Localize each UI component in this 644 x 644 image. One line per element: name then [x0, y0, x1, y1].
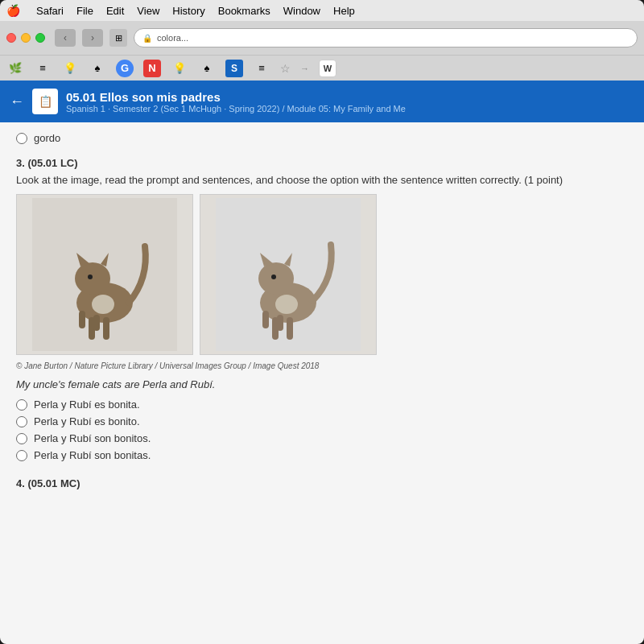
radio-4[interactable] — [16, 450, 27, 461]
assignment-icon-glyph: 📋 — [39, 95, 52, 108]
bookmark-w[interactable]: W — [319, 60, 336, 77]
tab-icon[interactable]: ⊞ — [109, 29, 127, 47]
question3-section: 3. (05.01 LC) Look at the image, read th… — [16, 157, 628, 461]
menu-edit[interactable]: Edit — [106, 5, 124, 17]
assignment-title-block: 05.01 Ellos son mis padres Spanish 1 · S… — [66, 90, 406, 114]
bookmark-s[interactable]: S — [225, 60, 243, 77]
svg-rect-17 — [287, 317, 293, 340]
fullscreen-button[interactable] — [35, 33, 45, 43]
menu-bookmarks[interactable]: Bookmarks — [218, 5, 270, 17]
menubar: 🍎 Safari File Edit View History Bookmark… — [0, 0, 644, 21]
close-button[interactable] — [6, 33, 16, 43]
gordo-label: gordo — [34, 132, 60, 144]
address-text: colora... — [157, 33, 188, 43]
question3-label: 3. (05.01 LC) — [16, 157, 628, 169]
svg-point-2 — [75, 262, 110, 295]
question3-instruction: Look at the image, read the prompt and s… — [16, 174, 628, 186]
option-2-label: Perla y Rubí es bonito. — [34, 415, 140, 427]
option-1: Perla y Rubí es bonita. — [16, 398, 628, 411]
bookmark-star[interactable]: ☆ — [280, 62, 291, 75]
option-3: Perla y Rubí son bonitos. — [16, 432, 628, 444]
bookmark-spade[interactable]: ♠ — [89, 60, 106, 77]
traffic-lights — [6, 33, 45, 43]
menu-safari[interactable]: Safari — [36, 5, 64, 17]
bookmark-arrow[interactable]: → — [300, 64, 309, 73]
option-3-label: Perla y Rubí son bonitos. — [34, 432, 151, 444]
menu-file[interactable]: File — [76, 5, 93, 17]
radio-1[interactable] — [16, 399, 27, 411]
cat-svg-right — [216, 198, 361, 351]
option-4-label: Perla y Rubí son bonitas. — [34, 449, 151, 461]
svg-rect-8 — [93, 315, 100, 331]
minimize-button[interactable] — [21, 33, 31, 43]
svg-point-20 — [271, 275, 276, 279]
option-1-label: Perla y Rubí es bonita. — [34, 398, 140, 411]
svg-point-13 — [258, 262, 294, 295]
assignment-icon: 📋 — [32, 89, 58, 114]
browser-toolbar: ‹ › ⊞ 🔒 colora... — [0, 21, 644, 55]
bookmark-leaf[interactable]: 🌿 — [6, 60, 24, 77]
forward-nav-button[interactable]: › — [82, 29, 103, 47]
prompt-text: My uncle's female cats are Perla and Rub… — [16, 378, 628, 390]
apple-icon[interactable]: 🍎 — [6, 4, 20, 17]
assignment-title: 05.01 Ellos son mis padres — [66, 90, 406, 104]
lock-icon: 🔒 — [142, 34, 152, 43]
svg-rect-6 — [103, 317, 109, 340]
bookmark-menu1[interactable]: ≡ — [34, 60, 52, 77]
cat-image-right — [200, 194, 377, 355]
bookmark-google[interactable]: G — [116, 60, 134, 77]
menu-view[interactable]: View — [137, 5, 159, 17]
assignment-subtitle: Spanish 1 · Semester 2 (Sec 1 McHugh · S… — [66, 104, 406, 114]
address-bar[interactable]: 🔒 colora... — [134, 28, 638, 47]
cat-svg-left — [32, 198, 177, 351]
svg-point-10 — [92, 295, 114, 314]
option-2: Perla y Rubí es bonito. — [16, 415, 628, 427]
bookmark-netflix[interactable]: N — [143, 60, 161, 77]
svg-rect-19 — [277, 315, 283, 331]
svg-rect-7 — [79, 311, 85, 328]
svg-point-9 — [88, 275, 93, 279]
menu-history[interactable]: History — [172, 5, 204, 17]
content-area: gordo 3. (05.01 LC) Look at the image, r… — [0, 122, 644, 644]
bookmark-bulb2[interactable]: 💡 — [171, 60, 188, 77]
gordo-answer-option: gordo — [16, 132, 628, 144]
svg-point-21 — [275, 295, 298, 314]
assignment-header: ← 📋 05.01 Ellos son mis padres Spanish 1… — [0, 80, 644, 122]
back-nav-button[interactable]: ‹ — [55, 29, 76, 47]
assignment-back-button[interactable]: ← — [10, 93, 24, 110]
bookmark-spade2[interactable]: ♠ — [198, 60, 216, 77]
gordo-radio[interactable] — [16, 133, 27, 144]
menu-window[interactable]: Window — [283, 5, 320, 17]
radio-2[interactable] — [16, 416, 27, 427]
bookmark-bulb1[interactable]: 💡 — [61, 60, 79, 77]
svg-rect-18 — [262, 311, 269, 328]
radio-3[interactable] — [16, 433, 27, 444]
cat-image-left — [16, 194, 193, 355]
question4-label: 4. (05.01 MC) — [16, 477, 628, 489]
bookmarks-bar: 🌿 ≡ 💡 ♠ G N 💡 ♠ S ≡ ☆ → W — [0, 55, 644, 80]
cat-images-row — [16, 194, 628, 355]
image-caption: © Jane Burton / Nature Picture Library /… — [16, 361, 628, 370]
bookmark-menu2[interactable]: ≡ — [253, 60, 270, 77]
menu-help[interactable]: Help — [333, 5, 355, 17]
option-4: Perla y Rubí son bonitas. — [16, 449, 628, 461]
mac-window: 🍎 Safari File Edit View History Bookmark… — [0, 0, 644, 644]
